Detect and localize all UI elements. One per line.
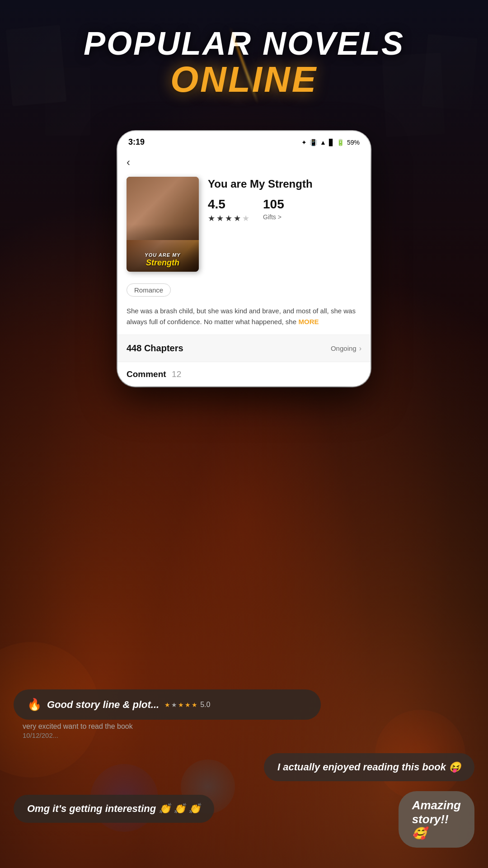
- description-section: She was a brash child, but she was kind …: [117, 301, 371, 335]
- comment-1-date: 10/12/202...: [14, 731, 474, 740]
- amazing-story-bubble: Amazing story!! 🥰: [399, 791, 474, 848]
- comment-3-text: Omg it's getting interesting 👏 👏 👏: [27, 803, 201, 815]
- more-button[interactable]: MORE: [299, 318, 319, 326]
- ongoing-badge: Ongoing ›: [331, 344, 361, 353]
- cover-title-line1: YOU ARE MY: [130, 252, 195, 258]
- battery-percent: 59%: [347, 139, 360, 146]
- back-chevron-icon: ‹: [127, 156, 130, 168]
- star-2: ★: [216, 213, 224, 223]
- comment-count: 12: [172, 369, 181, 379]
- phone-mockup: 3:19 ✦ 📳 ▲ ▊ 🔋 59% ‹ YOU ARE MY: [117, 131, 371, 387]
- comment-bubble-3: Omg it's getting interesting 👏 👏 👏: [14, 795, 214, 823]
- book-cover: YOU ARE MY Strength: [127, 177, 199, 272]
- status-bar: 3:19 ✦ 📳 ▲ ▊ 🔋 59%: [117, 131, 371, 151]
- phone-frame: 3:19 ✦ 📳 ▲ ▊ 🔋 59% ‹ YOU ARE MY: [117, 131, 371, 387]
- gifts-block: 105 Gifts >: [263, 197, 284, 223]
- cover-title-line2: Strength: [130, 258, 195, 268]
- comment-bubble-2: I actually enjoyed reading this book 😝: [264, 753, 474, 781]
- comment-1-wrapper: 🔥 Good story line & plot... ★ ★ ★ ★ ★ 5.…: [14, 689, 474, 740]
- comment-label-group: Comment 12: [127, 369, 181, 379]
- vibrate-icon: 📳: [310, 139, 317, 146]
- cover-title: YOU ARE MY Strength: [130, 252, 195, 268]
- comment-1-sub: very excited want to read the book: [14, 722, 474, 731]
- amazing-story-text: Amazing story!! 🥰: [412, 798, 461, 840]
- star-5: ★: [242, 213, 249, 223]
- chapters-count: 448 Chapters: [127, 343, 183, 354]
- comment-1-stars: ★ ★ ★ ★ ★ 5.0: [164, 701, 210, 709]
- header-popular-text: POPULAR NOVELS: [0, 27, 488, 60]
- rating-block: 4.5 ★ ★ ★ ★ ★: [208, 197, 249, 223]
- stars-container: ★ ★ ★ ★ ★: [208, 213, 249, 223]
- rating-row: 4.5 ★ ★ ★ ★ ★ 105 Gifts >: [208, 197, 361, 223]
- comment-2-text: I actually enjoyed reading this book 😝: [277, 761, 461, 773]
- status-icons: ✦ 📳 ▲ ▊ 🔋 59%: [301, 139, 360, 146]
- comment-bubble-1: 🔥 Good story line & plot... ★ ★ ★ ★ ★ 5.…: [14, 689, 321, 720]
- comment-label: Comment: [127, 369, 166, 379]
- star-3: ★: [225, 213, 232, 223]
- comment-star-5: ★: [192, 701, 197, 708]
- bluetooth-icon: ✦: [301, 139, 307, 146]
- signal-icon: ▊: [329, 139, 334, 146]
- comment-star-1: ★: [164, 701, 170, 708]
- book-header: YOU ARE MY Strength You are My Strength …: [117, 172, 371, 279]
- book-title: You are My Strength: [208, 177, 361, 191]
- status-time: 3:19: [128, 137, 145, 147]
- comment-1-text: Good story line & plot...: [47, 699, 159, 711]
- star-1: ★: [208, 213, 215, 223]
- star-4: ★: [234, 213, 241, 223]
- back-button[interactable]: ‹: [117, 151, 371, 172]
- gifts-count: 105: [263, 197, 284, 212]
- genre-section: Romance: [117, 279, 371, 301]
- battery-icon: 🔋: [337, 139, 344, 146]
- chevron-right-icon: ›: [359, 344, 361, 353]
- wifi-icon: ▲: [320, 139, 326, 146]
- comment-section: Comment 12: [117, 362, 371, 387]
- rating-number: 4.5: [208, 197, 249, 212]
- comment-1-subtext: very excited want to read the book: [23, 722, 133, 730]
- comment-star-2: ★: [171, 701, 177, 708]
- cover-inner: YOU ARE MY Strength: [127, 177, 199, 272]
- comment-1-emoji: 🔥: [27, 698, 42, 712]
- gifts-label[interactable]: Gifts >: [263, 213, 284, 221]
- comment-star-4: ★: [185, 701, 191, 708]
- genre-tag[interactable]: Romance: [127, 283, 171, 297]
- ongoing-text: Ongoing: [331, 344, 357, 352]
- comment-star-3: ★: [178, 701, 184, 708]
- chapters-section[interactable]: 448 Chapters Ongoing ›: [117, 335, 371, 362]
- comment-1-rating: 5.0: [200, 701, 210, 709]
- comment-1-date-text: 10/12/202...: [23, 731, 58, 739]
- description-text: She was a brash child, but she was kind …: [127, 307, 356, 326]
- book-info: You are My Strength 4.5 ★ ★ ★ ★ ★ 105: [208, 177, 361, 272]
